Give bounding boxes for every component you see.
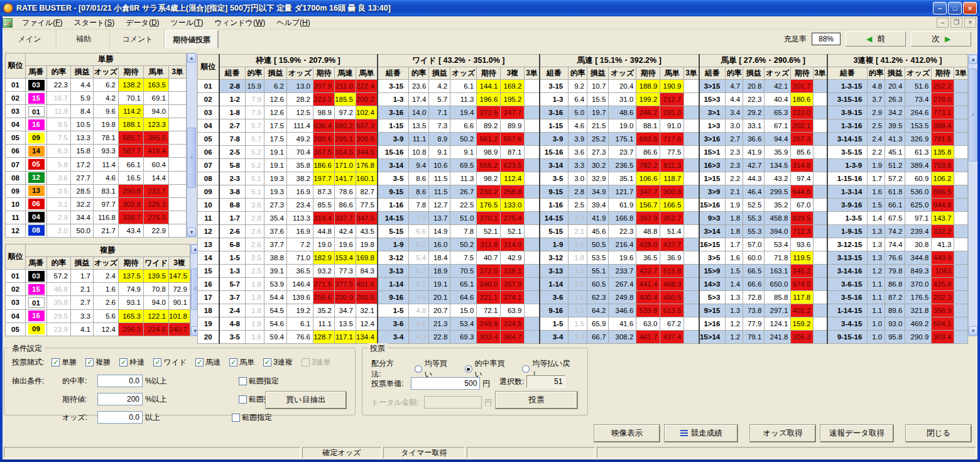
checkbox-icon[interactable]: ✓ xyxy=(263,358,271,366)
table-row[interactable]: 108-83.627.323.485.586.677.51-167.812.72… xyxy=(198,199,968,212)
table-row[interactable]: 062-55.219.170.4367.5314.5344.515-1610.8… xyxy=(198,146,968,159)
checkbox-icon[interactable]: ✓ xyxy=(119,358,128,366)
combo-cell[interactable]: 3>14 xyxy=(699,225,726,238)
mdi-minimize-button[interactable]: – xyxy=(937,18,949,28)
next-race-button[interactable]: 次 ▶ xyxy=(911,31,971,47)
combo-cell[interactable]: 1-3 xyxy=(219,265,246,278)
menu-item[interactable]: データ(D) xyxy=(120,16,165,30)
radio-icon[interactable] xyxy=(415,365,422,373)
combo-cell[interactable]: 9-15 xyxy=(540,185,569,199)
combo-cell[interactable]: 3-4 xyxy=(540,331,569,344)
table-row[interactable]: 165-71.853.9146.4271.5377.5401.61-145.21… xyxy=(198,278,968,291)
checkbox-icon[interactable]: ✓ xyxy=(195,358,204,366)
combo-cell[interactable]: 2-5 xyxy=(219,146,246,159)
combo-cell[interactable]: 1-14 xyxy=(540,278,569,291)
checkbox-icon[interactable]: ✓ xyxy=(85,358,94,366)
combo-cell[interactable]: 3-15 xyxy=(540,80,569,93)
table-row[interactable]: 093-85.119.316.987.378.682.79-158.611.52… xyxy=(198,185,968,199)
table-row[interactable]: 122-62.637.616.944.842.443.55-156.614.97… xyxy=(198,225,968,238)
checkbox-icon[interactable] xyxy=(239,395,247,404)
combo-cell[interactable]: 1-15-16 xyxy=(827,172,868,185)
combo-cell[interactable]: 3-14-16 xyxy=(827,265,868,278)
table-row[interactable]: 06146.315.893.3587.7416.4 xyxy=(6,145,187,158)
menu-item[interactable]: ヘルプ(H) xyxy=(271,16,316,30)
combo-cell[interactable]: 3-16 xyxy=(540,106,569,119)
table-row[interactable]: 194-81.854.66.111.113.512.43-64.621.353.… xyxy=(198,317,968,331)
range-checkbox[interactable]: 範囲指定 xyxy=(232,412,272,423)
combo-cell[interactable]: 1-3 xyxy=(540,93,569,106)
table-row[interactable]: 07055.817.211.466.160.4 xyxy=(6,158,187,171)
combo-cell[interactable]: 3>1 xyxy=(699,106,726,119)
combo-cell[interactable]: 3-4-15 xyxy=(827,317,868,331)
table-row[interactable]: 141-52.538.871.0182.9153.4169.83-125.418… xyxy=(198,251,968,265)
combo-cell[interactable]: 15>16 xyxy=(699,199,726,212)
combo-cell[interactable]: 1-16 xyxy=(378,199,409,212)
combo-cell[interactable]: 15-16 xyxy=(378,146,409,159)
combo-cell[interactable]: 14>3 xyxy=(699,278,726,291)
combo-cell[interactable]: 3-9 xyxy=(540,133,569,146)
combo-cell[interactable]: 2-6 xyxy=(219,225,246,238)
tab-補助[interactable]: 補助 xyxy=(57,30,111,48)
combo-cell[interactable]: 3-9 xyxy=(378,133,409,146)
combo-cell[interactable]: 3-14 xyxy=(378,159,409,172)
combo-cell[interactable]: 1-7 xyxy=(219,212,246,225)
prev-race-button[interactable]: ◀ 前 xyxy=(846,31,906,47)
combo-cell[interactable]: 3>9 xyxy=(699,185,726,199)
combo-cell[interactable]: 9-16 xyxy=(378,291,409,304)
combo-cell[interactable]: 3-13-15 xyxy=(827,251,868,265)
table-row[interactable]: 12082.050.021.743.422.9 xyxy=(6,224,187,237)
checkbox-icon[interactable]: ✓ xyxy=(52,358,60,366)
combo-cell[interactable]: 16>15 xyxy=(699,238,726,251)
tab-期待値投票[interactable]: 期待値投票 xyxy=(165,30,219,48)
combo-cell[interactable]: 3-14 xyxy=(540,159,569,172)
footer-button-速報データ取得[interactable]: 速報データ取得 xyxy=(820,425,893,442)
combo-cell[interactable]: 9-15 xyxy=(378,185,409,199)
combo-cell[interactable]: 3-5 xyxy=(219,331,246,344)
combo-cell[interactable]: 3-13 xyxy=(378,265,409,278)
table-row[interactable]: 021546.82.11.674.970.872.9 xyxy=(6,283,190,296)
checkbox-icon[interactable]: ✓ xyxy=(153,358,161,366)
table-row[interactable]: 05097.513.378.1585.7395.5 xyxy=(6,131,187,145)
vote-button[interactable]: 投票 xyxy=(496,392,577,409)
combo-cell[interactable]: 3-13 xyxy=(540,265,569,278)
bet-type-checkbox-枠連[interactable]: ✓枠連 xyxy=(119,357,144,368)
table-row[interactable]: 075-85.219.135.8186.6171.0176.83-149.410… xyxy=(198,159,968,172)
scroll-thumb[interactable] xyxy=(969,69,977,162)
combo-cell[interactable]: 4-8 xyxy=(219,317,246,331)
table-row[interactable]: 04169.510.519.8188.1123.3 xyxy=(6,118,187,131)
table-row[interactable]: 057-85.717.549.2280.6295.1300.53-911.18.… xyxy=(198,133,968,146)
combo-cell[interactable]: 2-7 xyxy=(219,119,246,133)
combo-cell[interactable]: 14-15 xyxy=(540,212,569,225)
combo-cell[interactable]: 8-8 xyxy=(219,199,246,212)
combo-cell[interactable]: 16>3 xyxy=(699,159,726,172)
scroll-up-button[interactable]: ▲ xyxy=(187,53,196,63)
combo-cell[interactable]: 1>16 xyxy=(699,317,726,331)
footer-button-競走成績[interactable]: 競走成績 xyxy=(665,425,738,442)
combo-cell[interactable]: 3-12-15 xyxy=(827,238,868,251)
scroll-up-button[interactable]: ▲ xyxy=(969,55,977,64)
combo-cell[interactable]: 1-3 xyxy=(378,93,409,106)
checkbox-icon[interactable] xyxy=(239,377,247,385)
table-row[interactable]: 050923.94.112.4296.3224.6240.7 xyxy=(6,322,190,336)
combo-cell[interactable]: 14-15 xyxy=(378,212,409,225)
combo-cell[interactable]: 3-12 xyxy=(540,251,569,265)
vertical-scrollbar[interactable]: ▲▼ xyxy=(187,53,197,238)
table-row[interactable]: 182-41.854.519.235.234.732.11-54.820.715… xyxy=(198,304,968,317)
combo-cell[interactable]: 3-9-16 xyxy=(827,199,868,212)
menu-item[interactable]: スタート(S) xyxy=(68,16,120,30)
allocation-radio-均等買い[interactable]: 均等買い xyxy=(415,358,455,380)
scroll-down-button[interactable]: ▼ xyxy=(187,228,196,237)
combo-cell[interactable]: 1-9 xyxy=(540,238,569,251)
combo-cell[interactable]: 1-9 xyxy=(378,238,409,251)
extract-bets-button[interactable]: 買い目抽出 xyxy=(266,392,346,409)
combo-cell[interactable]: 15>9 xyxy=(699,265,726,278)
combo-cell[interactable]: 3>5 xyxy=(699,251,726,265)
bet-type-checkbox-3連複[interactable]: ✓3連複 xyxy=(263,357,293,368)
checkbox-icon[interactable]: ✓ xyxy=(229,358,237,366)
combo-cell[interactable]: 1-8 xyxy=(219,106,246,119)
combo-cell[interactable]: 3-6-15 xyxy=(827,278,868,291)
combo-cell[interactable]: 9>3 xyxy=(699,212,726,225)
combo-cell[interactable]: 3-5 xyxy=(540,172,569,185)
combo-cell[interactable]: 5-7 xyxy=(219,278,246,291)
combo-cell[interactable]: 2-4 xyxy=(219,304,246,317)
